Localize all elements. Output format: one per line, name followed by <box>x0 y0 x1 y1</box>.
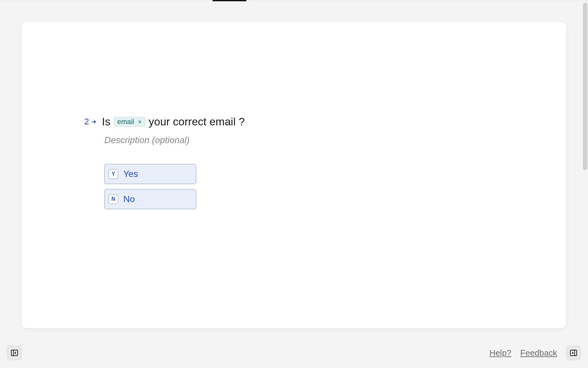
question-title-after: your correct email ? <box>149 115 245 128</box>
question-title[interactable]: Is email your correct email ? <box>102 115 245 128</box>
question-title-before: Is <box>102 115 110 128</box>
options-list: Y Yes N No <box>104 164 245 209</box>
help-link[interactable]: Help? <box>489 348 511 358</box>
arrow-right-icon <box>91 119 97 125</box>
option-yes[interactable]: Y Yes <box>104 164 196 184</box>
close-icon[interactable] <box>138 120 142 124</box>
right-panel-toggle[interactable] <box>566 345 581 360</box>
footer-bar: Help? Feedback <box>0 342 588 368</box>
description-placeholder[interactable]: Description (optional) <box>104 135 245 145</box>
question-header: 2 Is email <box>84 115 245 128</box>
panel-collapse-right-icon <box>569 349 578 357</box>
option-key-badge: N <box>109 194 118 204</box>
feedback-link[interactable]: Feedback <box>520 348 557 358</box>
option-no[interactable]: N No <box>104 189 196 209</box>
top-border <box>0 0 588 1</box>
option-label: No <box>123 194 135 204</box>
viewport: 2 Is email <box>0 0 588 368</box>
footer-right: Help? Feedback <box>489 345 581 360</box>
option-key-badge: Y <box>109 169 118 179</box>
question-number-value: 2 <box>84 117 89 127</box>
variable-chip-email[interactable]: email <box>114 117 146 127</box>
scrollbar[interactable] <box>583 3 587 170</box>
left-panel-toggle[interactable] <box>7 345 22 360</box>
question-block: 2 Is email <box>84 115 245 209</box>
option-label: Yes <box>123 169 138 179</box>
question-card: 2 Is email <box>22 22 566 328</box>
panel-collapse-left-icon <box>10 349 19 357</box>
variable-chip-label: email <box>117 118 134 125</box>
active-tab-indicator <box>213 0 246 1</box>
question-number: 2 <box>84 117 97 127</box>
